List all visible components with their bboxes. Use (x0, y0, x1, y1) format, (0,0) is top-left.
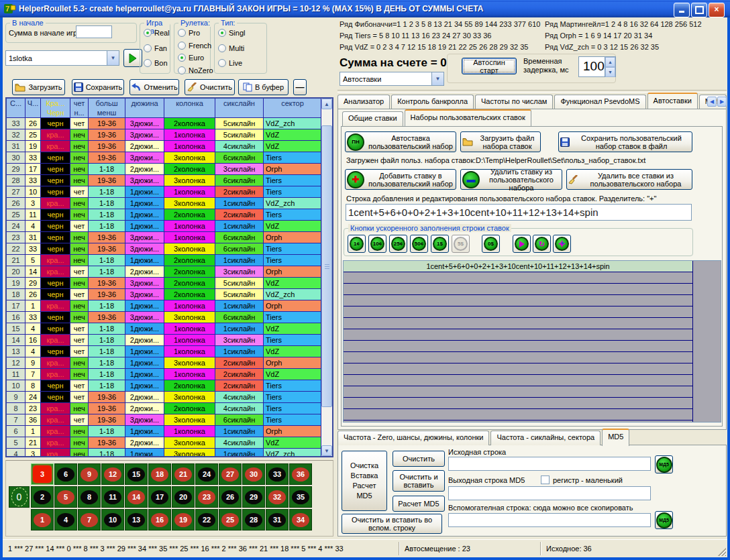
scrollbar-thumb[interactable] (321, 125, 332, 407)
roulette-cell-2[interactable]: 2 (31, 486, 54, 508)
roulette-cell-10[interactable]: 10 (101, 509, 124, 530)
table-row[interactable]: 3225кра...неч19-363дюжи...1колонка5сикла… (7, 129, 322, 141)
chip-50cent[interactable]: 50¢ (410, 235, 428, 253)
chip-play-button[interactable] (513, 235, 531, 253)
md5-calc-aux-button[interactable]: МД5 (655, 511, 673, 529)
table-row[interactable]: 2014кра...чет1-182дюжи...2колонка3сиклай… (7, 266, 322, 278)
chip-1cent[interactable]: 1¢ (348, 235, 366, 253)
roulette-cell-31[interactable]: 31 (266, 509, 289, 530)
roulette-cell-12[interactable]: 12 (101, 463, 124, 485)
table-row[interactable]: 521кра...неч19-362дюжи...3колонка4сиклай… (7, 437, 322, 449)
roulette-cell-28[interactable]: 28 (242, 509, 265, 530)
roulette-cell-18[interactable]: 18 (148, 463, 171, 485)
chip-redo-button[interactable]: ↻ (533, 235, 551, 253)
subtab-наборы-пользовательских-ставок[interactable]: Наборы пользовательских ставок (405, 109, 531, 127)
table-row[interactable]: 3119кра...неч19-362дюжи...1колонка4сикла… (7, 141, 322, 152)
close-button[interactable]: × (709, 3, 725, 17)
roulette-cell-15[interactable]: 15 (125, 463, 148, 485)
roulette-cell-29[interactable]: 29 (242, 486, 265, 508)
load-button[interactable]: Загрузить (12, 79, 65, 95)
roulette-cell-5[interactable]: 5 (54, 486, 77, 508)
md5-big-button[interactable]: Очистка Вставка Расчет MD5 (342, 451, 387, 511)
list-item[interactable]: 1cent+5+6+0+0+2+1+3+10cent+10+11+12+13+1… (344, 261, 692, 272)
bottomtab-частота-zero-шансы-дюжины-колонки[interactable]: Частота - Zero, шансы, дюжины, колонки (337, 431, 489, 445)
roulette-zero-cell[interactable]: 0 (9, 486, 30, 508)
load-set-file-button[interactable]: Загрузить файл набора ставок (460, 131, 541, 152)
table-row[interactable]: 1416кра...чет1-182дюжи...1колонка3сиклай… (7, 335, 322, 346)
autostake-user-set-button[interactable]: ПНАвтоставка пользовательский набор (345, 131, 456, 152)
undo-button[interactable]: Отменить (129, 79, 179, 95)
list-item-empty[interactable] (344, 363, 692, 375)
bet-sets-list[interactable]: 1cent+5+6+0+0+2+1+3+10cent+10+11+12+13+1… (343, 260, 721, 423)
save-button[interactable]: Сохранить (72, 79, 124, 95)
chevron-down-icon[interactable]: ▼ (107, 51, 119, 65)
table-row[interactable]: 134чернчет1-181дюжи...1колонка1сиклайнVd… (7, 346, 322, 357)
list-item-empty[interactable] (344, 272, 692, 284)
bottomtab-частота-сиклайны-сектора[interactable]: Частота - сиклайны, сектора (490, 431, 601, 445)
table-row[interactable]: 3326чернчет19-363дюжи...2колонка5сиклайн… (7, 118, 322, 129)
chip-1usd[interactable]: 1$ (431, 235, 449, 253)
table-row[interactable]: 2710чернчет1-181дюжи...1колонка2сиклайнT… (7, 186, 322, 198)
roulette-cell-36[interactable]: 36 (289, 463, 312, 485)
list-item-empty[interactable] (344, 295, 692, 306)
roulette-cell-32[interactable]: 32 (266, 486, 289, 508)
chip-25cent[interactable]: 25¢ (389, 235, 407, 253)
radio-pro[interactable]: Pro (178, 29, 200, 37)
table-row[interactable]: 215кра...неч1-181дюжи...2колонка1сиклайн… (7, 255, 322, 266)
roulette-cell-11[interactable]: 11 (101, 486, 124, 508)
roulette-cell-6[interactable]: 6 (54, 463, 77, 485)
add-bet-button[interactable]: ✚Добавить ставку в пользовательский набо… (345, 169, 456, 190)
md5-clear-paste-aux-button[interactable]: Очистить и вставить во вспом. строку (342, 514, 442, 534)
md5-source-input[interactable] (448, 457, 651, 471)
table-row[interactable]: 43кра...неч1-181дюжи...3колонка1сиклайнV… (7, 449, 322, 457)
roulette-cell-34[interactable]: 34 (289, 509, 312, 530)
roulette-cell-14[interactable]: 14 (125, 486, 148, 508)
tab-частоты-по-числам[interactable]: Частоты по числам (475, 95, 553, 109)
chevron-down-icon[interactable]: ▼ (431, 72, 444, 85)
bets-mode-select[interactable]: Автоставки ▼ (340, 72, 444, 86)
md5-calc-source-button[interactable]: МД5 (655, 455, 673, 473)
table-row[interactable]: 1633черннеч19-363дюжи...3колонка6сиклайн… (7, 312, 322, 323)
register-checkbox[interactable] (541, 475, 550, 484)
list-item-empty[interactable] (344, 329, 692, 341)
table-row[interactable]: 924чернчет19-362дюжи...3колонка4сиклайнT… (7, 392, 322, 403)
minimize-button[interactable] (674, 3, 690, 17)
roulette-cell-1[interactable]: 1 (31, 509, 54, 530)
tab-функционал-psevdoms[interactable]: Функционал PsevdoMS (554, 95, 645, 109)
table-row[interactable]: 3033черннеч19-363дюжи...3колонка6сиклайн… (7, 152, 322, 164)
table-row[interactable]: 1826чернчет19-363дюжи...2колонка5сиклайн… (7, 289, 322, 300)
chip-0usd[interactable]: 0$ (482, 235, 500, 253)
delay-spinner[interactable]: 100 ▲▼ (578, 56, 616, 77)
md5-clear-button[interactable]: Очистить (393, 451, 445, 467)
subtab-общие-ставки[interactable]: Общие ставки (342, 111, 403, 126)
list-item-empty[interactable] (344, 341, 692, 352)
radio-nozero[interactable]: NoZero (178, 66, 213, 74)
maximize-button[interactable] (691, 3, 707, 17)
to-buffer-button[interactable]: В буфер (238, 79, 289, 95)
radio-euro[interactable]: Euro (178, 54, 204, 62)
list-item-empty[interactable] (344, 306, 692, 318)
list-item-empty[interactable] (344, 352, 692, 363)
list-item-empty[interactable] (344, 386, 692, 398)
chip-shuffle-button[interactable] (553, 235, 571, 253)
roulette-cell-19[interactable]: 19 (172, 509, 195, 530)
radio-live[interactable]: Live (218, 59, 242, 67)
roulette-cell-17[interactable]: 17 (148, 486, 171, 508)
table-scrollbar[interactable]: ▲ ▼ (321, 99, 332, 456)
radio-bon[interactable]: Bon (144, 59, 168, 67)
roulette-cell-13[interactable]: 13 (125, 509, 148, 530)
spin-down-icon[interactable]: ▼ (605, 67, 615, 77)
radio-french[interactable]: French (178, 42, 211, 50)
table-row[interactable]: 2917черннеч1-182дюжи...2колонка3сиклайнO… (7, 164, 322, 175)
remove-bet-button[interactable]: ▬Удалить ставку из пользовательского наб… (460, 169, 562, 190)
scroll-up-icon[interactable]: ▲ (321, 99, 332, 109)
roulette-cell-25[interactable]: 25 (219, 509, 242, 530)
list-item-empty[interactable] (344, 318, 692, 329)
md5-aux-input[interactable] (448, 513, 651, 527)
roulette-cell-24[interactable]: 24 (195, 463, 218, 485)
tab-анализатор[interactable]: Анализатор (337, 95, 390, 109)
list-item-empty[interactable] (344, 409, 692, 421)
table-row[interactable]: 2511черннеч1-181дюжи...2колонка2сиклайнT… (7, 209, 322, 221)
roulette-cell-7[interactable]: 7 (78, 509, 101, 530)
bet-string-input[interactable] (346, 204, 692, 221)
